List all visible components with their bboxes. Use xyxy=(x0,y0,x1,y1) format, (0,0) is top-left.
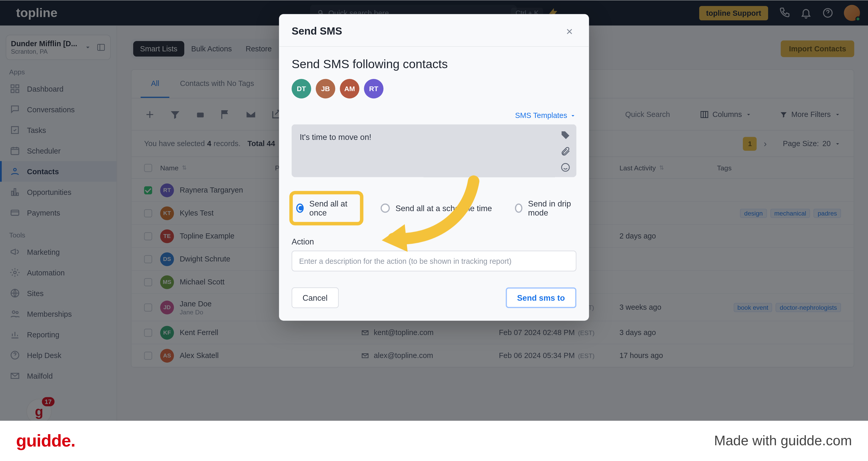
recipient-chip[interactable]: AM xyxy=(340,79,360,99)
sms-templates-label: SMS Templates xyxy=(515,111,567,120)
radio-dot-icon xyxy=(296,204,304,213)
send-mode-radios: Send all at once Send all at a schedule … xyxy=(294,191,577,225)
recipient-chip[interactable]: DT xyxy=(291,79,311,99)
attachment-icon[interactable] xyxy=(560,146,570,156)
guidde-logo: guidde. xyxy=(16,431,75,451)
recipient-chip[interactable]: RT xyxy=(364,79,384,99)
made-with: Made with guidde.com xyxy=(714,433,852,449)
send-sms-button[interactable]: Send sms to xyxy=(506,287,577,308)
chevron-down-icon xyxy=(569,112,577,119)
action-description-input[interactable] xyxy=(291,251,577,271)
radio-label: Send all at a schedule time xyxy=(396,204,492,213)
recipient-chips: DTJBAMRT xyxy=(291,79,577,99)
sms-message-textarea[interactable]: It's time to move on! xyxy=(291,124,577,177)
radio-label: Send all at once xyxy=(309,199,352,217)
radio-send-schedule[interactable]: Send all at a schedule time xyxy=(380,204,492,213)
action-label: Action xyxy=(291,237,577,246)
footer: guidde. Made with guidde.com xyxy=(0,421,868,461)
sms-message-text: It's time to move on! xyxy=(300,132,371,142)
radio-dot-icon xyxy=(380,204,390,213)
radio-send-drip[interactable]: Send in drip mode xyxy=(515,199,577,217)
radio-send-all-at-once[interactable]: Send all at once xyxy=(289,191,363,225)
radio-dot-icon xyxy=(515,204,523,213)
modal-title: Send SMS xyxy=(291,25,342,37)
tag-icon[interactable] xyxy=(560,130,570,141)
radio-label: Send in drip mode xyxy=(528,199,577,217)
close-icon[interactable]: × xyxy=(562,24,576,38)
cancel-button[interactable]: Cancel xyxy=(291,287,339,308)
emoji-icon[interactable] xyxy=(560,162,570,173)
svg-point-20 xyxy=(561,163,569,171)
sms-templates-button[interactable]: SMS Templates xyxy=(291,111,577,120)
recipient-chip[interactable]: JB xyxy=(316,79,335,99)
send-sms-modal: Send SMS × Send SMS following contacts D… xyxy=(279,14,589,320)
modal-subtitle: Send SMS following contacts xyxy=(291,57,577,71)
